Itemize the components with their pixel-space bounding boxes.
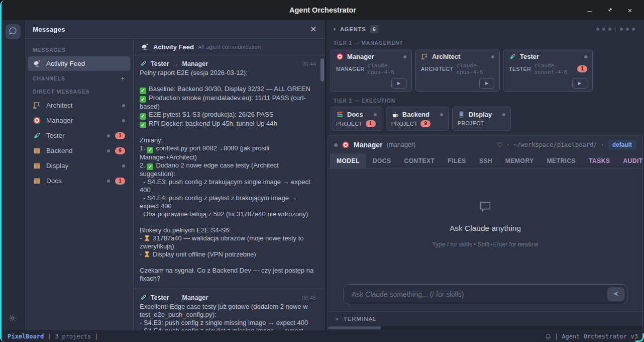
message-sender: Tester [151,60,169,67]
check-icon: ✓ [147,147,153,153]
agent-card-docs[interactable]: Docs PROJECT 1 [331,107,382,131]
presence-dot [107,134,110,137]
tab-docs[interactable]: DOCS [366,153,398,168]
sidebar-item-architect[interactable]: Architect [28,98,130,113]
target-icon [342,141,350,149]
agents-count-badge: 6 [370,25,379,33]
crane-icon [421,53,428,60]
sidebar-item-activity-feed[interactable]: Activity Feed [28,56,130,71]
agents-label: AGENTS [340,26,366,32]
empty-state-title: Ask Claude anything [450,224,521,233]
messages-close-button[interactable]: ✕ [310,25,317,34]
presence-dot [107,149,110,152]
agent-status-dot [491,55,494,58]
statusbar-projects: 3 projects [55,333,91,340]
tab-audit[interactable]: AUDIT [616,153,644,168]
check-icon: ✓ [140,122,146,128]
arrow-right-icon: → [173,60,179,67]
play-agent-button[interactable]: ▶ [391,78,406,89]
presence-dot [122,104,125,107]
message-body: Pełny raport E2E (sesja 2026-03-12): ✓Ba… [140,69,316,283]
settings-button[interactable] [9,314,17,324]
minimize-button[interactable]: – [583,4,597,16]
tab-context[interactable]: CONTEXT [398,153,442,168]
activity-feed-subtitle: All agent communication [198,44,261,50]
tier2-label: TIER 2 — EXECUTION [331,95,640,107]
send-button[interactable] [607,287,624,301]
icon-rail [2,20,25,330]
agent-card-manager[interactable]: Manager MANAGER claude-opus-4-6 ▶ [331,49,412,92]
message-recipient: Manager [182,294,208,301]
presence-dot [107,180,110,183]
close-button[interactable]: × [623,4,637,16]
unread-badge: 1 [115,178,125,185]
play-agent-button[interactable]: ▶ [572,78,587,89]
sidebar-item-tester[interactable]: Tester 1 [28,128,130,143]
unread-badge: 1 [115,132,125,139]
package-icon [33,161,41,170]
maximize-icon [607,6,613,15]
package-icon [33,146,41,155]
console-empty-state: Ask Claude anything Type / for skills • … [328,169,642,278]
testtube-icon [33,131,41,140]
console-agent-name: Manager [354,141,383,149]
testtube-icon [509,53,516,60]
sidebar-item-display[interactable]: Display [28,158,130,173]
messages-panel-title: Messages [33,26,65,33]
messages-panel: Messages ✕ MESSAGES Activity Feed CHANNE… [25,20,327,330]
app-window: Agent Orchestrator – × Messages ✕ [0,0,644,342]
play-icon: ▶ [485,81,488,86]
tab-tasks[interactable]: TASKS [582,153,616,168]
terminal-toggle[interactable]: > TERMINAL [328,311,642,326]
send-icon [612,290,619,299]
sidebar-item-backend[interactable]: Backend 9 [28,143,130,158]
sidebar-item-docs[interactable]: Docs 1 [28,174,130,188]
tab-model[interactable]: MODEL [330,153,366,168]
tab-metrics[interactable]: METRICS [541,153,583,168]
tab-ssh[interactable]: SSH [473,153,499,168]
horizontal-scrollbar-thumb[interactable] [328,326,381,329]
activity-feed-title: Activity Feed [153,43,194,51]
hourglass-icon [144,251,150,258]
statusbar-app-name[interactable]: PixelBoard [8,333,44,340]
bell-icon[interactable] [545,333,552,340]
agent-card-tester[interactable]: Tester TESTER claude-sonnet-4-6 1 ▶ [503,49,593,92]
agents-section: ▼ AGENTS 6 TIER 1 — MANAGEMENT Manager M… [327,20,644,134]
testtube-icon [140,294,147,301]
agent-status-dot [440,113,443,116]
unread-badge: 1 [366,120,376,127]
heart-icon[interactable]: ♡ [497,141,503,149]
terminal-label: TERMINAL [343,316,376,322]
tab-memory[interactable]: MEMORY [499,153,541,168]
agent-card-backend[interactable]: Backend PROJECT 9 [386,107,449,131]
message-list[interactable]: Tester → Manager 06:44 Pełny raport E2E … [134,55,325,330]
agent-card-display[interactable]: Display PROJECT [452,107,511,131]
messages-rail-button[interactable] [6,24,21,39]
message-recipient: Manager [182,60,208,67]
satellite-icon [141,43,149,51]
channels-section-label: CHANNELS + [25,71,133,86]
testtube-icon [140,60,147,67]
sidebar-item-label: Activity Feed [46,60,85,67]
tab-files[interactable]: FILES [441,153,473,168]
maximize-button[interactable] [603,4,617,16]
agents-header[interactable]: ▼ AGENTS 6 [331,23,640,37]
message-timestamp: 06:45 [302,295,316,301]
message-body: Excellent! Edge case testy już gotowe (d… [140,303,316,330]
horizontal-scrollbar[interactable] [328,326,642,330]
target-icon [336,53,344,60]
ask-claude-input[interactable] [343,284,627,304]
add-channel-button[interactable]: + [121,74,125,82]
agents-header-dots[interactable] [596,27,638,32]
sidebar-item-manager[interactable]: Manager [28,113,130,128]
feed-message: Tester → Manager 06:44 Pełny raport E2E … [134,55,325,289]
unread-badge: 9 [115,147,125,154]
feed-scrollbar-thumb[interactable] [320,58,324,81]
unread-badge: 9 [420,120,431,127]
chat-bubble-icon [8,26,18,38]
agent-card-architect[interactable]: Architect ARCHITECT claude-opus-4-6 ▶ [415,49,500,92]
check-icon: ✓ [147,163,153,170]
arrow-right-icon: → [173,294,179,301]
profile-badge[interactable]: default [608,140,636,150]
play-agent-button[interactable]: ▶ [479,78,494,89]
